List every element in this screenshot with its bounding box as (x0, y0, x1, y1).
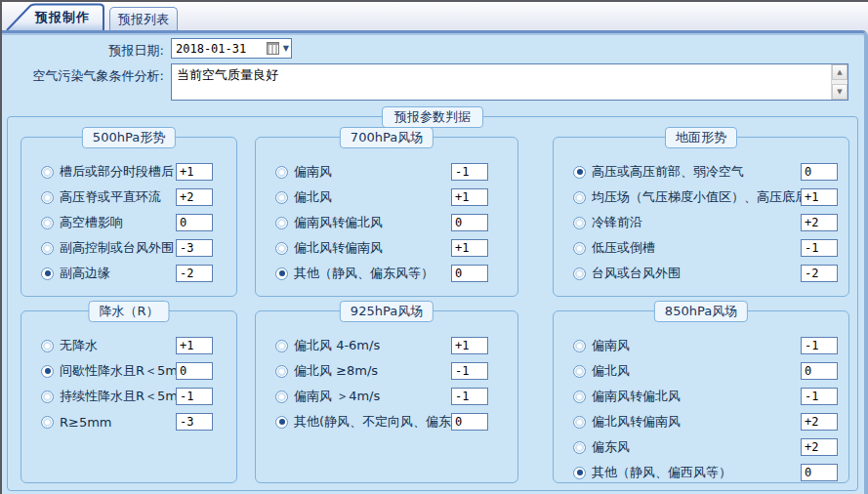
radio-icon[interactable] (275, 242, 288, 255)
radio-icon[interactable] (275, 391, 288, 403)
analysis-text[interactable]: 当前空气质量良好 (172, 64, 847, 86)
option-row: 高压或高压前部、弱冷空气 (554, 159, 848, 185)
radio-selected-icon[interactable] (573, 166, 586, 179)
radio-selected-icon[interactable] (573, 467, 586, 479)
radio-icon[interactable] (573, 340, 586, 352)
option-row: 持续性降水且R＜5mm (21, 384, 236, 409)
option-row: 高空槽影响 (21, 210, 236, 235)
radio-icon[interactable] (41, 242, 54, 255)
option-row: 其他(静风、不定向风、偏东风等) (256, 409, 517, 434)
radio-icon[interactable] (573, 416, 586, 429)
score-input[interactable] (801, 362, 838, 380)
score-input[interactable] (801, 438, 838, 456)
option-row: 台风或台风外围 (554, 261, 848, 286)
group-925hpa-wind: 925hPa风场偏北风 4-6m/s偏北风 ≥8m/s偏南风 ＞4m/s其他(静… (255, 310, 518, 483)
score-input[interactable] (451, 239, 488, 257)
score-input[interactable] (176, 214, 213, 231)
option-row: 偏东风 (554, 434, 848, 460)
radio-icon[interactable] (41, 416, 54, 429)
score-input[interactable] (176, 362, 213, 380)
option-row: 偏南风 (256, 159, 517, 185)
radio-icon[interactable] (573, 365, 586, 378)
radio-icon[interactable] (275, 340, 288, 352)
scroll-down-icon[interactable]: ▼ (832, 84, 847, 100)
score-input[interactable] (801, 239, 838, 257)
option-label: 台风或台风外围 (592, 265, 801, 282)
option-label: 偏北风转偏南风 (592, 413, 801, 431)
option-label: R≥5mm (60, 415, 176, 430)
score-input[interactable] (801, 214, 838, 231)
tab-bar: 预报制作 预报列表 (2, 2, 868, 30)
score-input[interactable] (801, 413, 838, 431)
score-input[interactable] (451, 214, 488, 231)
radio-icon[interactable] (41, 340, 54, 352)
score-input[interactable] (451, 188, 488, 206)
option-label: 高压脊或平直环流 (60, 188, 176, 206)
option-row: 偏南风 ＞4m/s (256, 384, 517, 409)
radio-icon[interactable] (41, 391, 54, 403)
option-label: 低压或倒槽 (592, 239, 801, 257)
option-row: 副高边缘 (21, 261, 236, 286)
radio-icon[interactable] (573, 217, 586, 229)
option-row: 均压场（气压梯度小值区）、高压底后部 (554, 185, 848, 210)
option-row: 间歇性降水且R＜5mm (21, 358, 236, 384)
score-input[interactable] (451, 265, 488, 282)
tab-forecast-list[interactable]: 预报列表 (109, 7, 178, 30)
score-input[interactable] (801, 188, 838, 206)
tab-forecast-production[interactable]: 预报制作 (6, 3, 105, 30)
score-input[interactable] (176, 265, 213, 282)
radio-icon[interactable] (275, 217, 288, 229)
score-input[interactable] (801, 163, 838, 181)
option-label: 偏南风转偏北风 (294, 214, 451, 231)
date-dropdown-arrow-icon[interactable]: ▼ (283, 44, 289, 53)
radio-icon[interactable] (41, 217, 54, 229)
radio-selected-icon[interactable] (41, 365, 54, 378)
radio-icon[interactable] (573, 191, 586, 204)
group-title-925hpa-wind: 925hPa风场 (340, 301, 434, 322)
score-input[interactable] (176, 239, 213, 257)
radio-selected-icon[interactable] (41, 268, 54, 280)
score-input[interactable] (176, 413, 213, 431)
score-input[interactable] (176, 388, 213, 405)
radio-icon[interactable] (275, 365, 288, 378)
textarea-scrollbar[interactable]: ▲ ▼ (831, 64, 847, 100)
score-input[interactable] (451, 163, 488, 181)
score-input[interactable] (176, 337, 213, 354)
radio-icon[interactable] (275, 191, 288, 204)
radio-icon[interactable] (573, 242, 586, 255)
option-label: 高空槽影响 (60, 214, 176, 231)
radio-icon[interactable] (41, 166, 54, 179)
radio-icon[interactable] (41, 191, 54, 204)
criteria-title: 预报参数判据 (382, 106, 483, 128)
option-row: 偏北风转偏南风 (256, 235, 517, 261)
radio-selected-icon[interactable] (275, 268, 288, 280)
radio-icon[interactable] (573, 441, 586, 454)
score-input[interactable] (801, 265, 838, 282)
score-input[interactable] (801, 337, 838, 354)
option-label: 偏北风 ≥8m/s (294, 362, 451, 380)
score-input[interactable] (801, 464, 838, 481)
radio-icon[interactable] (275, 166, 288, 179)
score-input[interactable] (451, 362, 488, 380)
option-label: 偏南风 (294, 163, 451, 181)
analysis-textarea[interactable]: 当前空气质量良好 ▲ ▼ (171, 63, 848, 101)
radio-icon[interactable] (573, 391, 586, 403)
calendar-icon[interactable] (267, 42, 279, 55)
score-input[interactable] (451, 337, 488, 354)
option-row: 高压脊或平直环流 (21, 185, 236, 210)
option-row: 偏南风转偏北风 (256, 210, 517, 235)
score-input[interactable] (801, 388, 838, 405)
forecast-form-panel: 预报日期: 2018-01-31 ▼ 空气污染气象条件分析: 当前空气质量良好 … (2, 30, 868, 494)
option-label: 均压场（气压梯度小值区）、高压底后部 (592, 188, 801, 206)
radio-selected-icon[interactable] (275, 416, 288, 429)
score-input[interactable] (451, 388, 488, 405)
score-input[interactable] (176, 163, 213, 181)
score-input[interactable] (451, 413, 488, 431)
scroll-up-icon[interactable]: ▲ (832, 64, 847, 80)
forecast-date-picker[interactable]: 2018-01-31 ▼ (171, 38, 292, 59)
score-input[interactable] (176, 188, 213, 206)
radio-icon[interactable] (573, 268, 586, 280)
option-label: 副高控制或台风外围 (60, 239, 176, 257)
analysis-label: 空气污染气象条件分析: (2, 63, 164, 85)
forecast-date-value[interactable]: 2018-01-31 (176, 42, 267, 56)
